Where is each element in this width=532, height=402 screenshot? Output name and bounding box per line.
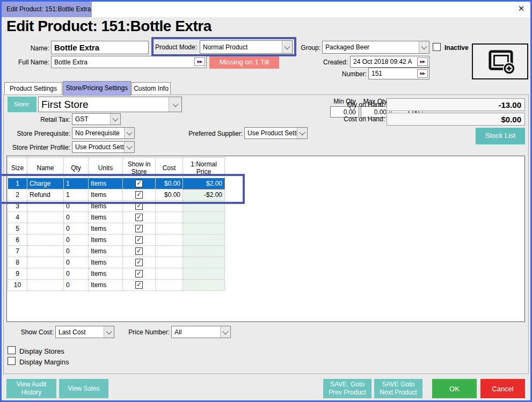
- store-button[interactable]: Store:: [8, 97, 37, 112]
- show-in-store-checkbox[interactable]: ✓: [135, 202, 143, 210]
- cell-qty[interactable]: 0: [64, 235, 89, 246]
- view-audit-history-button[interactable]: View Audit History: [6, 379, 56, 398]
- cell-normal-price[interactable]: [183, 280, 225, 291]
- show-in-store-checkbox[interactable]: ✓: [135, 180, 143, 187]
- cell-qty[interactable]: 0: [64, 280, 89, 291]
- stock-list-button[interactable]: Stock List: [476, 128, 525, 144]
- cell-cost[interactable]: [156, 280, 183, 291]
- cell-qty[interactable]: 1: [64, 189, 89, 201]
- cell-normal-price[interactable]: $2.00: [183, 178, 225, 189]
- show-in-store-checkbox[interactable]: ✓: [135, 270, 143, 277]
- cell-show-in-store[interactable]: ✓: [123, 178, 156, 189]
- cell-units[interactable]: Items: [89, 223, 123, 235]
- cell-name[interactable]: [27, 280, 64, 291]
- full-name-expand-icon[interactable]: ▶▶: [194, 57, 205, 66]
- cell-units[interactable]: Items: [89, 212, 123, 223]
- group-select[interactable]: Packaged Beer: [322, 41, 429, 54]
- tab-product-settings[interactable]: Product Settings: [4, 82, 62, 95]
- cell-show-in-store[interactable]: ✓: [123, 223, 156, 235]
- cell-qty[interactable]: 0: [64, 201, 89, 212]
- cell-qty[interactable]: 0: [64, 223, 89, 235]
- cell-cost[interactable]: [156, 268, 183, 280]
- preferred-supplier-select[interactable]: Use Product Setting: [244, 127, 308, 139]
- cell-normal-price[interactable]: [183, 201, 225, 212]
- cell-normal-price[interactable]: [183, 223, 225, 235]
- table-row[interactable]: 8 0 Items ✓: [8, 257, 225, 268]
- cell-units[interactable]: Items: [89, 246, 123, 257]
- cell-name[interactable]: Refund: [27, 189, 64, 201]
- close-icon[interactable]: ✕: [514, 2, 528, 15]
- display-stores-checkbox[interactable]: [8, 346, 16, 354]
- cell-units[interactable]: Items: [89, 257, 123, 268]
- cell-name[interactable]: [27, 201, 64, 212]
- cell-name[interactable]: [27, 223, 64, 235]
- table-row[interactable]: 6 0 Items ✓: [8, 235, 225, 246]
- cell-normal-price[interactable]: [183, 212, 225, 223]
- cell-show-in-store[interactable]: ✓: [123, 268, 156, 280]
- cell-units[interactable]: Items: [89, 235, 123, 246]
- cell-cost[interactable]: [156, 223, 183, 235]
- cell-units[interactable]: Items: [89, 268, 123, 280]
- show-in-store-checkbox[interactable]: ✓: [135, 281, 143, 289]
- cell-name[interactable]: [27, 257, 64, 268]
- table-row[interactable]: 5 0 Items ✓: [8, 223, 225, 235]
- show-in-store-checkbox[interactable]: ✓: [135, 214, 143, 221]
- cell-normal-price[interactable]: -$2.00: [183, 189, 225, 201]
- cell-show-in-store[interactable]: ✓: [123, 235, 156, 246]
- cell-show-in-store[interactable]: ✓: [123, 189, 156, 201]
- number-expand-icon[interactable]: ▶▶: [417, 69, 428, 78]
- cell-cost[interactable]: [156, 235, 183, 246]
- table-row[interactable]: 9 0 Items ✓: [8, 268, 225, 280]
- price-number-select[interactable]: All: [171, 326, 231, 338]
- inactive-checkbox[interactable]: [433, 43, 441, 51]
- save-goto-prev-button[interactable]: SAVE. Goto Prev Product: [323, 379, 371, 398]
- cell-cost[interactable]: [156, 246, 183, 257]
- cell-name[interactable]: [27, 246, 64, 257]
- missing-on-till-button[interactable]: Missing on 1 Till: [209, 55, 279, 69]
- view-sales-button[interactable]: View Sales: [59, 379, 108, 398]
- cell-units[interactable]: Items: [89, 178, 123, 189]
- cell-show-in-store[interactable]: ✓: [123, 257, 156, 268]
- tab-custom-info[interactable]: Custom Info: [132, 82, 171, 95]
- full-name-input[interactable]: Bottle Extra: [51, 56, 207, 68]
- retail-tax-select[interactable]: GST: [72, 113, 121, 125]
- cell-cost[interactable]: [156, 201, 183, 212]
- table-row[interactable]: 1 Charge 1 Items ✓ $0.00 $2.00: [8, 178, 225, 189]
- show-in-store-checkbox[interactable]: ✓: [135, 247, 143, 255]
- cell-name[interactable]: [27, 235, 64, 246]
- cell-qty[interactable]: 0: [64, 268, 89, 280]
- show-in-store-checkbox[interactable]: ✓: [135, 225, 143, 232]
- cell-normal-price[interactable]: [183, 235, 225, 246]
- table-row[interactable]: 7 0 Items ✓: [8, 246, 225, 257]
- ok-button[interactable]: OK: [432, 379, 477, 398]
- cell-name[interactable]: [27, 212, 64, 223]
- table-row[interactable]: 3 0 Items ✓: [8, 201, 225, 212]
- store-select[interactable]: First Store: [38, 97, 182, 112]
- cell-normal-price[interactable]: [183, 268, 225, 280]
- store-printer-profile-select[interactable]: Use Product Setting: [72, 141, 135, 153]
- display-margins-checkbox[interactable]: [8, 357, 16, 365]
- created-expand-icon[interactable]: ▶▶: [417, 57, 428, 66]
- table-row[interactable]: 10 0 Items ✓: [8, 280, 225, 291]
- cell-cost[interactable]: [156, 212, 183, 223]
- cell-normal-price[interactable]: [183, 257, 225, 268]
- show-in-store-checkbox[interactable]: ✓: [135, 191, 143, 199]
- cell-qty[interactable]: 0: [64, 246, 89, 257]
- cell-qty[interactable]: 0: [64, 257, 89, 268]
- cancel-button[interactable]: Cancel: [480, 379, 525, 398]
- show-in-store-checkbox[interactable]: ✓: [135, 236, 143, 244]
- store-prerequisite-select[interactable]: No Prerequisite: [72, 127, 135, 139]
- cell-cost[interactable]: $0.00: [156, 178, 183, 189]
- show-cost-select[interactable]: Last Cost: [55, 326, 114, 338]
- cell-name[interactable]: Charge: [27, 178, 64, 189]
- product-image-button[interactable]: [472, 43, 528, 79]
- cell-units[interactable]: Items: [89, 201, 123, 212]
- show-in-store-checkbox[interactable]: ✓: [135, 259, 143, 266]
- cell-show-in-store[interactable]: ✓: [123, 246, 156, 257]
- table-row[interactable]: 2 Refund 1 Items ✓ $0.00 -$2.00: [8, 189, 225, 201]
- cell-show-in-store[interactable]: ✓: [123, 212, 156, 223]
- save-goto-next-button[interactable]: SAVE Goto Next Product: [374, 379, 422, 398]
- cell-show-in-store[interactable]: ✓: [123, 280, 156, 291]
- cell-show-in-store[interactable]: ✓: [123, 201, 156, 212]
- cell-units[interactable]: Items: [89, 280, 123, 291]
